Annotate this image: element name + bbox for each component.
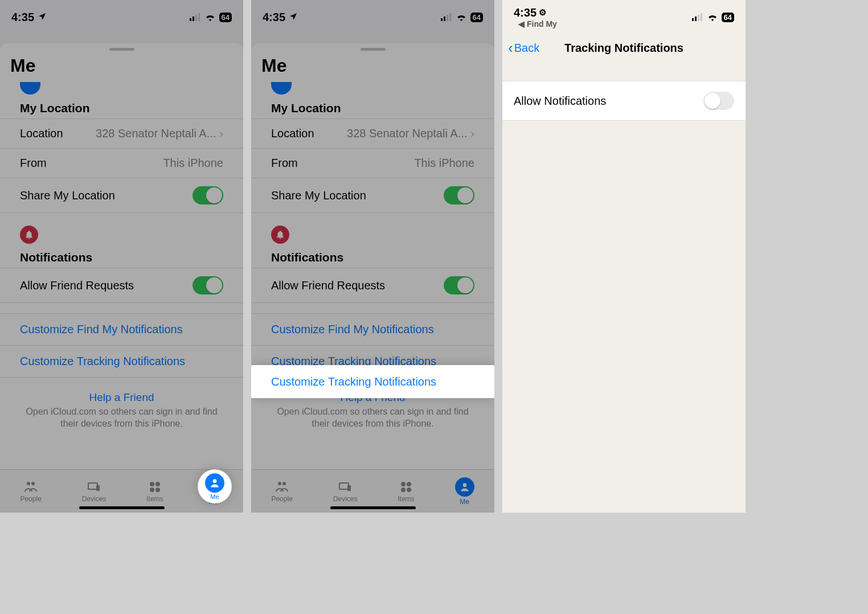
- tab-devices[interactable]: Devices: [82, 480, 107, 503]
- highlight-customize-tracking[interactable]: Customize Tracking Notifications: [251, 365, 494, 398]
- allow-friend-requests-toggle[interactable]: [193, 276, 223, 294]
- svg-rect-1: [193, 17, 194, 21]
- cellular-signal-icon: [441, 11, 452, 24]
- tab-devices[interactable]: Devices: [333, 480, 358, 503]
- status-time: 4:35: [263, 11, 285, 24]
- me-sheet: Me My Location Location 328 Senator Nept…: [251, 43, 494, 513]
- svg-rect-20: [339, 483, 349, 489]
- svg-point-26: [462, 483, 466, 487]
- svg-point-5: [31, 482, 35, 485]
- section-notifications: Notifications: [251, 244, 494, 268]
- svg-point-25: [407, 488, 411, 492]
- sheet-grabber[interactable]: [361, 48, 386, 51]
- row-location[interactable]: Location 328 Senator Neptali A... ›: [0, 118, 243, 148]
- help-a-friend-desc: Open iCloud.com so others can sign in an…: [17, 406, 226, 430]
- me-tab-icon: [455, 477, 474, 497]
- cellular-signal-icon: [190, 11, 201, 24]
- svg-rect-0: [190, 18, 191, 21]
- tab-people[interactable]: People: [20, 480, 41, 503]
- svg-point-4: [27, 482, 30, 485]
- wifi-icon: [707, 11, 718, 24]
- svg-rect-27: [692, 18, 694, 21]
- battery-icon: 64: [219, 13, 232, 22]
- svg-point-13: [213, 479, 217, 483]
- sheet-grabber[interactable]: [109, 48, 134, 51]
- highlight-customize-tracking-label: Customize Tracking Notifications: [271, 375, 436, 388]
- section-my-location: My Location: [0, 95, 243, 118]
- row-allow-notifications: Allow Notifications: [502, 81, 746, 121]
- row-allow-notifications-label: Allow Notifications: [514, 95, 606, 108]
- link-customize-findmy[interactable]: Customize Find My Notifications: [251, 313, 494, 345]
- screenshot-2-tracking-link: 4:35 64 Me My Location Location 328 Sena…: [251, 0, 494, 513]
- bell-icon: [271, 226, 289, 244]
- share-location-toggle[interactable]: [193, 186, 223, 204]
- screenshot-1-me-tab: 4:35 64 Me My Location Location 328 Sen: [0, 0, 243, 513]
- tab-items[interactable]: Items: [398, 480, 414, 503]
- me-sheet: Me My Location Location 328 Senator Nept…: [0, 43, 243, 513]
- nav-title: Tracking Notifications: [564, 42, 683, 55]
- row-share-label: Share My Location: [20, 189, 115, 202]
- nav-bar: ‹ Back Tracking Notifications: [502, 34, 746, 62]
- svg-point-9: [155, 482, 160, 486]
- status-bar: 4:35 ⚙ ◀ Find My 64: [502, 0, 746, 34]
- svg-rect-2: [195, 15, 197, 21]
- svg-point-18: [278, 482, 281, 485]
- svg-rect-28: [695, 17, 697, 21]
- orientation-lock-icon: ⚙: [539, 7, 546, 18]
- location-services-icon: [289, 11, 298, 24]
- battery-icon: 64: [722, 13, 734, 22]
- nav-back-button[interactable]: ‹ Back: [508, 42, 539, 55]
- section-my-location: My Location: [251, 95, 494, 118]
- row-from-value: This iPhone: [163, 157, 223, 170]
- wifi-icon: [456, 11, 467, 24]
- tab-items[interactable]: Items: [146, 480, 163, 503]
- svg-rect-29: [698, 15, 699, 21]
- allow-friend-requests-toggle[interactable]: [444, 276, 474, 294]
- svg-point-11: [155, 488, 160, 492]
- back-to-app-button[interactable]: ◀ Find My: [514, 19, 557, 28]
- link-customize-tracking[interactable]: Customize Tracking Notifications: [0, 345, 243, 378]
- profile-decor-icon: [271, 82, 292, 95]
- me-tab-icon: [205, 473, 224, 493]
- row-from[interactable]: From This iPhone: [0, 148, 243, 178]
- link-customize-findmy[interactable]: Customize Find My Notifications: [0, 313, 243, 345]
- svg-rect-15: [444, 17, 445, 21]
- status-time: 4:35: [514, 6, 537, 19]
- row-location[interactable]: Location 328 Senator Neptali A... ›: [251, 118, 494, 148]
- row-from[interactable]: From This iPhone: [251, 148, 494, 178]
- tab-people[interactable]: People: [271, 480, 292, 503]
- svg-point-24: [401, 488, 406, 492]
- home-indicator[interactable]: [79, 506, 165, 509]
- share-location-toggle[interactable]: [444, 186, 474, 204]
- svg-point-22: [401, 482, 406, 486]
- highlight-me-tab: Me: [199, 470, 231, 502]
- svg-rect-17: [449, 13, 451, 21]
- sheet-title: Me: [251, 54, 494, 82]
- settings-list: Allow Notifications: [502, 81, 746, 121]
- svg-point-8: [150, 482, 154, 486]
- allow-notifications-toggle[interactable]: [703, 92, 734, 110]
- row-share-location: Share My Location: [0, 178, 243, 213]
- screenshot-3-tracking-settings: 4:35 ⚙ ◀ Find My 64 ‹ Back Tracking Not: [502, 0, 746, 513]
- row-share-location: Share My Location: [251, 178, 494, 213]
- row-location-label: Location: [20, 127, 63, 140]
- profile-decor-icon: [20, 82, 40, 95]
- status-bar: 4:35 64: [0, 0, 243, 34]
- help-a-friend-block[interactable]: Help a Friend Open iCloud.com so others …: [0, 378, 243, 436]
- highlight-me-label: Me: [210, 493, 219, 500]
- svg-rect-16: [447, 15, 448, 21]
- sheet-title: Me: [0, 54, 243, 82]
- back-caret-icon: ◀: [518, 19, 525, 28]
- section-notifications: Notifications: [0, 244, 243, 268]
- home-indicator[interactable]: [330, 506, 416, 509]
- wifi-icon: [204, 11, 216, 24]
- battery-icon: 64: [470, 13, 483, 22]
- row-friend-requests-label: Allow Friend Requests: [20, 279, 134, 292]
- svg-point-10: [150, 488, 154, 492]
- status-time: 4:35: [11, 11, 34, 24]
- row-allow-friend-requests: Allow Friend Requests: [0, 268, 243, 303]
- row-allow-friend-requests: Allow Friend Requests: [251, 268, 494, 303]
- tab-me[interactable]: Me: [455, 477, 474, 506]
- bell-icon: [20, 226, 38, 244]
- row-location-value: 328 Senator Neptali A...: [96, 127, 216, 140]
